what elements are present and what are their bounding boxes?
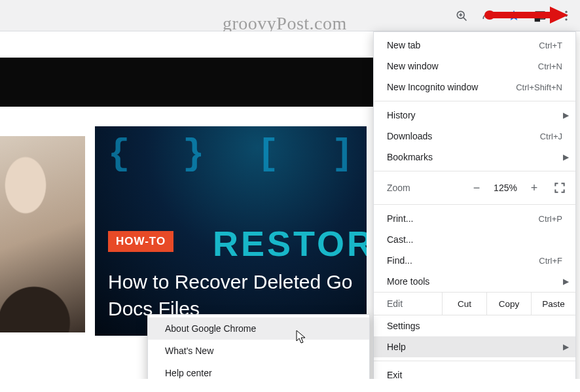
category-badge: HOW-TO (108, 231, 173, 252)
menu-label: Settings (387, 321, 562, 331)
menu-print[interactable]: Print... Ctrl+P (374, 208, 575, 229)
svg-point-7 (565, 14, 567, 16)
menu-edit-row: Edit Cut Copy Paste (374, 292, 575, 315)
chevron-right-icon: ▶ (563, 152, 569, 162)
chrome-main-menu: New tab Ctrl+T New window Ctrl+N New Inc… (373, 31, 576, 390)
menu-separator (374, 361, 575, 361)
article-card[interactable]: {}[] HOW-TO RESTOR How to Recover Delete… (95, 126, 367, 336)
bottom-padding (0, 379, 580, 392)
menu-separator (374, 101, 575, 101)
edit-cut-button[interactable]: Cut (442, 293, 486, 315)
more-vert-icon[interactable] (559, 9, 573, 23)
menu-more-tools[interactable]: More tools ▶ (374, 271, 575, 292)
submenu-whats-new[interactable]: What's New (148, 340, 369, 362)
menu-new-window[interactable]: New window Ctrl+N (374, 56, 575, 77)
zoom-value: 125% (489, 183, 522, 193)
menu-bookmarks[interactable]: Bookmarks ▶ (374, 147, 575, 168)
menu-label: Cast... (387, 234, 562, 245)
menu-shortcut: Ctrl+T (539, 41, 562, 50)
menu-label: New tab (387, 40, 539, 50)
bookmark-star-icon[interactable] (507, 9, 521, 23)
chevron-right-icon: ▶ (563, 277, 569, 286)
svg-line-1 (463, 18, 467, 21)
menu-label: Downloads (387, 131, 540, 141)
menu-label: Find... (387, 255, 539, 266)
menu-shortcut: Ctrl+F (539, 256, 562, 266)
menu-cast[interactable]: Cast... (374, 229, 575, 250)
menu-find[interactable]: Find... Ctrl+F (374, 250, 575, 271)
cast-rect-icon[interactable] (533, 9, 547, 23)
menu-new-incognito[interactable]: New Incognito window Ctrl+Shift+N (374, 77, 575, 98)
article-thumbnail-person (0, 136, 85, 332)
edit-label: Edit (387, 298, 442, 309)
svg-point-8 (565, 18, 567, 20)
restore-graphic-text: RESTOR (213, 223, 367, 264)
edit-copy-button[interactable]: Copy (486, 293, 531, 315)
menu-history[interactable]: History ▶ (374, 105, 575, 126)
menu-shortcut: Ctrl+P (539, 214, 562, 224)
menu-shortcut: Ctrl+J (540, 132, 562, 141)
menu-zoom-row: Zoom − 125% + (374, 175, 575, 201)
menu-new-tab[interactable]: New tab Ctrl+T (374, 35, 575, 56)
browser-toolbar: groovyPost.com (0, 0, 580, 31)
zoom-icon[interactable] (454, 9, 469, 23)
menu-label: New window (387, 61, 538, 71)
menu-help[interactable]: Help ▶ (374, 336, 575, 357)
svg-point-6 (565, 11, 567, 13)
menu-separator (374, 171, 575, 171)
zoom-controls: − 125% + (468, 181, 543, 195)
menu-shortcut: Ctrl+N (538, 62, 562, 71)
menu-downloads[interactable]: Downloads Ctrl+J (374, 126, 575, 147)
menu-label: Help center (165, 368, 352, 378)
menu-label: About Google Chrome (165, 323, 352, 334)
menu-label: What's New (165, 346, 352, 356)
menu-label: Print... (387, 213, 539, 224)
menu-label: Help (387, 342, 562, 352)
menu-separator (374, 204, 575, 205)
zoom-label: Zoom (387, 183, 468, 193)
menu-label: New Incognito window (387, 82, 516, 92)
zoom-in-button[interactable]: + (526, 181, 543, 195)
svg-rect-5 (535, 18, 540, 22)
menu-label: Bookmarks (387, 152, 562, 162)
fullscreen-icon[interactable] (553, 181, 566, 194)
menu-shortcut: Ctrl+Shift+N (516, 82, 562, 92)
toolbar-icon-group (454, 7, 573, 25)
edit-paste-button[interactable]: Paste (531, 293, 575, 315)
chevron-right-icon: ▶ (563, 111, 569, 120)
share-icon[interactable] (480, 9, 495, 23)
menu-label: History (387, 110, 562, 120)
zoom-out-button[interactable]: − (468, 181, 485, 195)
submenu-about-chrome[interactable]: About Google Chrome (148, 317, 369, 340)
menu-settings[interactable]: Settings (374, 315, 575, 336)
decorative-braces: {}[] (108, 133, 353, 185)
chevron-right-icon: ▶ (563, 342, 569, 351)
menu-label: More tools (387, 276, 562, 287)
